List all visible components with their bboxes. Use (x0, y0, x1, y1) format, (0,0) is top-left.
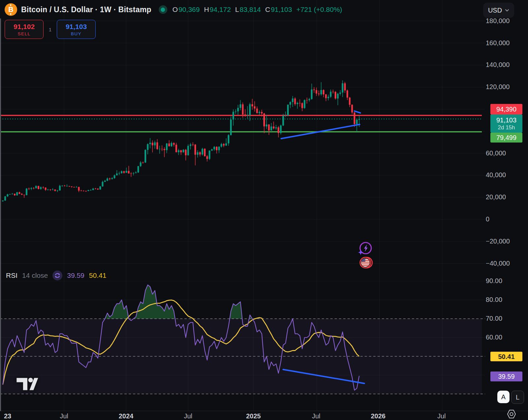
price-axis-label: −40,000 (486, 260, 510, 267)
rsi-axis-label: 70.00 (486, 315, 502, 322)
currency-selector[interactable]: USD (483, 3, 514, 18)
trendline[interactable] (354, 111, 360, 113)
order-panel: 91,102 SELL 1 91,103 BUY (5, 20, 96, 39)
price-axis-label: 40,000 (486, 171, 506, 179)
auto-scale-button[interactable]: A (497, 391, 510, 403)
ohlc-values: O90,369 H94,172 L83,814 C91,103 +721 (+0… (173, 6, 342, 14)
price-axis-label: 60,000 (486, 149, 506, 157)
price-tag-resistance: 94,390 (490, 104, 522, 114)
price-axis-label: 120,000 (486, 83, 510, 91)
time-axis-divider (0, 411, 528, 411)
close-value: 91,103 (271, 6, 292, 13)
rsi-name: RSI (6, 272, 17, 279)
spread-value: 1 (44, 27, 57, 32)
rsi-params: 14 close (22, 272, 48, 279)
price-axis-label: 180,000 (486, 17, 510, 25)
time-axis-label: Jul (184, 412, 192, 420)
low-value: 83,814 (240, 6, 261, 13)
time-axis-label: Jul (437, 412, 446, 420)
high-value: 94,172 (210, 6, 231, 13)
tradingview-logo[interactable] (16, 376, 40, 394)
bitcoin-icon: B (5, 3, 17, 16)
rsi-sync-icon[interactable] (52, 271, 62, 280)
price-tag-current: 91,1032d 15h (490, 114, 522, 133)
rsi-indicator-header[interactable]: RSI 14 close 39.59 50.41 (6, 271, 106, 280)
price-axis-label: 160,000 (486, 39, 510, 47)
symbol-title[interactable]: Bitcoin / U.S. Dollar · 1W · Bitstamp (21, 5, 151, 14)
left-axis-handle[interactable] (0, 18, 1, 411)
rsi-value-tag: 39.59 (490, 372, 522, 381)
us-flag-event-icon[interactable] (360, 257, 372, 268)
sell-button[interactable]: 91,102 SELL (5, 20, 44, 39)
candles-layer (2, 80, 360, 202)
rsi-axis-label: 90.00 (486, 277, 502, 285)
market-status-icon[interactable] (159, 5, 167, 14)
tradingview-chart-window: B Bitcoin / U.S. Dollar · 1W · Bitstamp … (0, 0, 528, 420)
candle-countdown: 2d 15h (498, 124, 515, 131)
rsi-ma-value: 50.41 (89, 272, 107, 279)
gear-icon[interactable] (506, 409, 517, 420)
chevron-down-icon (505, 9, 509, 12)
change-value: +721 (+0.80%) (296, 6, 342, 14)
time-axis-label: 23 (4, 412, 11, 420)
price-tag-support: 79,499 (490, 133, 522, 143)
log-scale-button[interactable]: L (511, 391, 524, 404)
time-axis-label: Jul (60, 412, 68, 420)
rsi-ma-tag: 50.41 (490, 352, 522, 361)
time-axis-label: Jul (312, 412, 320, 420)
chart-canvas[interactable] (0, 0, 528, 420)
time-axis-label: 2025 (246, 412, 261, 420)
lightning-event-icon[interactable] (358, 242, 371, 255)
rsi-axis-label: 60.00 (486, 334, 502, 341)
open-value: 90,369 (179, 6, 200, 13)
price-axis-label: 140,000 (486, 61, 510, 69)
time-axis-label: 2026 (371, 412, 386, 420)
buy-button[interactable]: 91,103 BUY (57, 20, 96, 39)
rsi-axis-label: 80.00 (486, 296, 502, 304)
price-axis-label: −20,000 (486, 238, 510, 245)
time-axis-label: 2024 (119, 412, 134, 420)
price-axis-label: 20,000 (486, 193, 506, 201)
price-axis-label: 0 (486, 215, 489, 223)
rsi-value: 39.59 (67, 272, 84, 279)
